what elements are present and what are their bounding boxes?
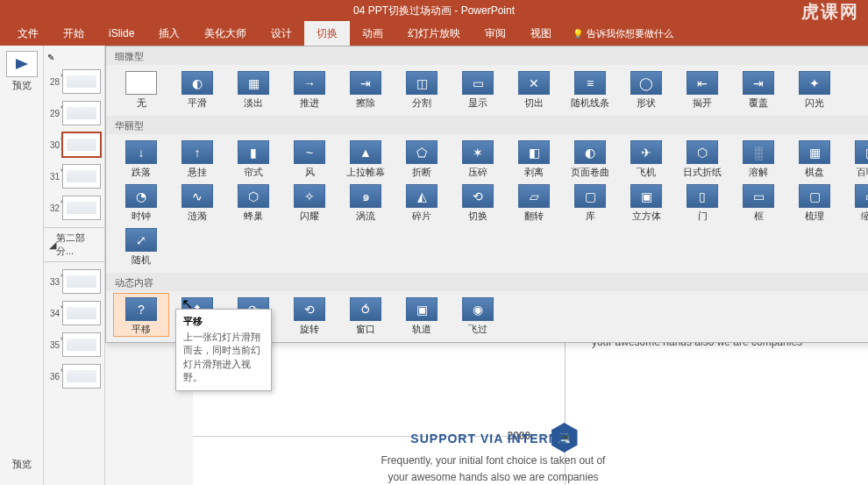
thumbnail[interactable]	[62, 364, 101, 389]
section-header[interactable]: ◢ 第二部分...	[44, 227, 104, 262]
transition-窗口[interactable]: ⥀ 窗口	[338, 293, 394, 337]
transition-蜂巢[interactable]: ⬡ 蜂巢	[225, 180, 281, 224]
transition-icon: ✦	[799, 71, 830, 95]
transition-飞过[interactable]: ◉ 飞过	[450, 293, 506, 337]
thumbnail-row[interactable]: 28 ★	[44, 66, 104, 97]
transition-棋盘[interactable]: ▦ 棋盘	[786, 136, 843, 180]
transition-立方体[interactable]: ▣ 立方体	[618, 180, 674, 224]
thumbnail[interactable]	[62, 196, 101, 220]
transition-轨道[interactable]: ▣ 轨道	[394, 293, 450, 337]
transition-涡流[interactable]: ๑ 涡流	[338, 180, 394, 224]
transition-帘式[interactable]: ▮ 帘式	[225, 136, 281, 180]
transition-推进[interactable]: → 推进	[281, 67, 338, 111]
thumbnail-row[interactable]: 33 ★	[44, 266, 104, 297]
thumbnail[interactable]	[62, 101, 101, 125]
transition-label: 悬挂	[188, 166, 207, 179]
slide-heading: SUPPORT VIA INTERNET	[362, 432, 625, 446]
thumbnail[interactable]	[62, 69, 101, 94]
transition-随机线条[interactable]: ≡ 随机线条	[562, 67, 618, 111]
transition-库[interactable]: ▢ 库	[562, 180, 618, 224]
transition-框[interactable]: ▭ 框	[730, 180, 786, 224]
transition-缩放[interactable]: ▭ 缩放	[843, 180, 868, 224]
tab-design[interactable]: 设计	[259, 21, 304, 46]
thumbnail-row[interactable]: 36 ★	[44, 360, 104, 392]
tab-slideshow[interactable]: 幻灯片放映	[395, 21, 473, 46]
tab-home[interactable]: 开始	[51, 21, 96, 46]
transition-覆盖[interactable]: ⇥ 覆盖	[730, 67, 786, 111]
tab-animations[interactable]: 动画	[350, 21, 395, 46]
transition-label: 缩放	[861, 210, 868, 223]
slide-center-block: SUPPORT VIA INTERNET Frequently, your in…	[362, 432, 625, 485]
transition-icon: ◐	[574, 140, 606, 164]
transition-平滑[interactable]: ◐ 平滑	[169, 67, 225, 111]
transition-label: 剥离	[524, 166, 544, 179]
transition-label: 页面卷曲	[571, 166, 609, 179]
thumbnail-row[interactable]: 32 ★	[44, 192, 104, 224]
transition-显示[interactable]: ▭ 显示	[450, 67, 506, 111]
transition-揭开[interactable]: ⇤ 揭开	[674, 67, 730, 111]
transition-icon: ◐	[181, 71, 213, 95]
transition-label: 随机线条	[571, 96, 609, 110]
thumbnail-row[interactable]: 35 ★	[44, 329, 104, 360]
thumbnail[interactable]	[62, 301, 101, 325]
brush-icon[interactable]: ✎	[47, 53, 54, 62]
gallery-section-exciting: 华丽型	[106, 116, 868, 134]
tell-me-hint[interactable]: 告诉我你想要做什么	[573, 27, 673, 40]
transition-闪光[interactable]: ✦ 闪光	[786, 67, 843, 111]
transition-悬挂[interactable]: ↑ 悬挂	[169, 136, 225, 180]
thumbnail-number: 32	[47, 203, 60, 213]
transition-压碎[interactable]: ✶ 压碎	[450, 136, 506, 180]
transition-icon: ▣	[630, 184, 662, 208]
transition-时钟[interactable]: ◔ 时钟	[113, 180, 169, 224]
tab-review[interactable]: 审阅	[473, 21, 518, 46]
transition-日式折纸[interactable]: ⬡ 日式折纸	[674, 136, 730, 180]
thumbnail[interactable]	[62, 164, 101, 189]
transition-icon: ▭	[743, 184, 774, 208]
transition-label: 平移	[132, 323, 151, 336]
tab-insert[interactable]: 插入	[146, 21, 192, 46]
thumbnail-row[interactable]: 31 ★	[44, 160, 104, 192]
transition-label: 时钟	[132, 210, 151, 223]
transition-百叶窗[interactable]: ▥ 百叶窗	[843, 136, 868, 180]
transition-飞机[interactable]: ✈ 飞机	[618, 136, 674, 180]
transition-无[interactable]: 无	[113, 67, 169, 111]
tab-view[interactable]: 视图	[518, 21, 564, 46]
transition-梳理[interactable]: ▢ 梳理	[786, 180, 843, 224]
tab-beautify[interactable]: 美化大师	[192, 21, 259, 46]
transition-切换[interactable]: ⟲ 切换	[450, 180, 506, 224]
tooltip-body: 上一张幻灯片滑翔而去，同时当前幻灯片滑翔进入视野。	[183, 331, 264, 385]
preview-column: 预览 预览	[0, 46, 44, 485]
transition-平移[interactable]: ? 平移	[113, 293, 169, 337]
transition-label: 轨道	[412, 323, 431, 336]
transition-淡出[interactable]: ▦ 淡出	[225, 67, 281, 111]
transition-翻转[interactable]: ▱ 翻转	[506, 180, 562, 224]
transition-旋转[interactable]: ⟲ 旋转	[281, 293, 338, 337]
transition-剥离[interactable]: ◧ 剥离	[506, 136, 562, 180]
transition-涟漪[interactable]: ∿ 涟漪	[169, 180, 225, 224]
transition-分割[interactable]: ◫ 分割	[394, 67, 450, 111]
transition-上拉帷幕[interactable]: ▲ 上拉帷幕	[338, 136, 394, 180]
transition-擦除[interactable]: ⇥ 擦除	[338, 67, 394, 111]
tab-file[interactable]: 文件	[5, 21, 51, 46]
thumbnail-row[interactable]: 34 ★	[44, 297, 104, 329]
transition-跌落[interactable]: ↓ 跌落	[113, 136, 169, 180]
transition-风[interactable]: ~ 风	[281, 136, 338, 180]
tab-transitions[interactable]: 切换	[304, 21, 350, 46]
thumbnail[interactable]	[62, 332, 101, 357]
transition-形状[interactable]: ◯ 形状	[618, 67, 674, 111]
transition-切出[interactable]: ✕ 切出	[506, 67, 562, 111]
transition-闪耀[interactable]: ✧ 闪耀	[281, 180, 338, 224]
gallery-section-subtle: 细微型	[106, 46, 868, 65]
transition-页面卷曲[interactable]: ◐ 页面卷曲	[562, 136, 618, 180]
preview-button[interactable]	[6, 51, 38, 77]
transition-门[interactable]: ▯ 门	[674, 180, 730, 224]
transition-折断[interactable]: ⬠ 折断	[394, 136, 450, 180]
transition-随机[interactable]: ⤢ 随机	[113, 224, 169, 267]
thumbnail-row[interactable]: 29 ★	[44, 97, 104, 129]
thumbnail[interactable]	[62, 269, 101, 294]
transition-碎片[interactable]: ◭ 碎片	[394, 180, 450, 224]
tab-islide[interactable]: iSlide	[96, 21, 146, 46]
transition-溶解[interactable]: ░ 溶解	[730, 136, 786, 180]
thumbnail[interactable]	[62, 132, 101, 157]
thumbnail-row[interactable]: 30 ★	[44, 129, 104, 160]
